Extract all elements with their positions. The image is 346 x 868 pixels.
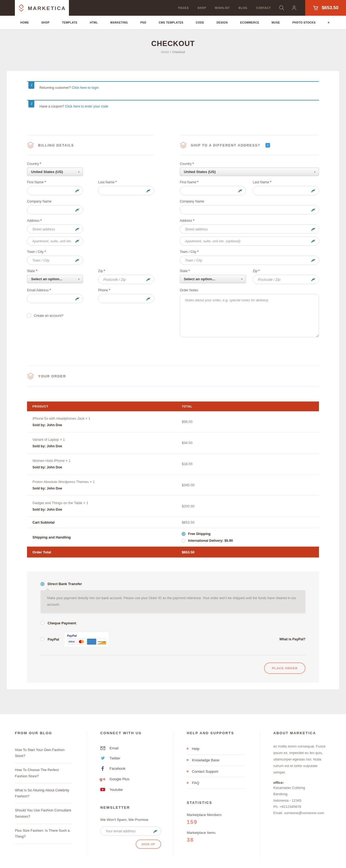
subnav-shop[interactable]: SHOP (41, 21, 49, 24)
autofill-icon[interactable] (146, 277, 151, 282)
newsletter-title: NEWSLETTER (100, 805, 166, 809)
shipping-zip-input[interactable] (253, 275, 319, 284)
subnav-marketing[interactable]: MARKETING (110, 21, 128, 24)
blog-link[interactable]: What is So Alluring About Celebrity Fash… (15, 783, 72, 804)
paypal-radio[interactable] (40, 637, 44, 641)
youtube-link[interactable]: Youtube (100, 785, 166, 795)
header-nav-contact[interactable]: CONTACT (252, 6, 275, 9)
product-total: $18.00 (182, 462, 319, 466)
cheque-payment-radio[interactable] (40, 621, 44, 625)
international-delivery-radio[interactable] (182, 539, 185, 542)
blog-link[interactable]: How To Start Your Own Fashion Store? (15, 743, 72, 764)
order-total-row: Order Total $653.50 (27, 547, 319, 557)
coupon-text: Have a coupon? (39, 104, 64, 108)
what-is-paypal-link[interactable]: What is PayPal? (279, 637, 306, 641)
shipping-last-name-input[interactable] (253, 186, 319, 195)
shipping-first-name-input[interactable] (180, 186, 246, 195)
breadcrumb-home[interactable]: Home (161, 50, 169, 54)
faq-link[interactable]: FAQ (187, 777, 245, 789)
blog-link[interactable]: Plus Size Fashion: Is There Such a Thing… (15, 824, 72, 844)
facebook-link[interactable]: Facebook (100, 763, 166, 774)
autofill-icon[interactable] (311, 239, 316, 243)
shipping-company-input[interactable] (180, 205, 319, 214)
billing-phone-input[interactable] (98, 294, 154, 303)
breadcrumb-current: Checkout (172, 50, 185, 54)
order-notes-textarea[interactable] (180, 294, 319, 337)
billing-town-input[interactable] (27, 255, 83, 265)
blog-link[interactable]: Should You Use Fashion Consultant Servic… (15, 804, 72, 824)
autofill-icon[interactable] (75, 297, 80, 301)
autofill-icon[interactable] (75, 208, 80, 212)
login-link[interactable]: Click here to login (72, 86, 99, 90)
bank-transfer-radio[interactable] (40, 582, 44, 586)
autofill-icon[interactable] (75, 258, 80, 262)
subnav-ecommerce[interactable]: ECOMMERCE (240, 21, 259, 24)
newsletter-email-input[interactable] (100, 827, 161, 836)
billing-state-select[interactable]: Select an option... ▾ (27, 275, 83, 283)
billing-zip-input[interactable] (98, 275, 154, 284)
create-account-checkbox[interactable] (27, 313, 31, 317)
autofill-icon[interactable] (311, 208, 316, 212)
autofill-icon[interactable] (311, 277, 316, 282)
autofill-icon[interactable] (146, 188, 151, 193)
subnav-home[interactable]: HOME (20, 21, 29, 24)
autofill-icon[interactable] (153, 829, 158, 833)
billing-apartment-input[interactable] (27, 236, 83, 246)
knowledge-base-link[interactable]: Knowladge Base (187, 754, 245, 766)
shipping-state-select[interactable]: Select an option... ▾ (180, 275, 246, 283)
subnav-cms-templates[interactable]: CMS TEMPLATES (159, 21, 183, 24)
billing-last-name-input[interactable] (98, 186, 154, 195)
header-nav-pages[interactable]: PAGES (174, 6, 193, 9)
autofill-icon[interactable] (311, 227, 316, 231)
header-nav-blog[interactable]: BLOG (234, 6, 252, 9)
header-nav-shop[interactable]: SHOP (193, 6, 210, 9)
autofill-icon[interactable] (75, 227, 80, 231)
autofill-icon[interactable] (146, 297, 151, 301)
billing-street-input[interactable] (27, 224, 83, 234)
signup-button[interactable]: SIGN UP (136, 840, 161, 849)
autofill-icon[interactable] (311, 258, 316, 262)
ship-different-checkbox[interactable]: ✓ (266, 143, 270, 148)
subnav-design[interactable]: DESIGN (216, 21, 228, 24)
billing-country-select[interactable]: United States (US) ▾ (27, 167, 83, 176)
blog-link[interactable]: How To Choose The Perfect Fashion Store? (15, 763, 72, 783)
shipping-apartment-input[interactable] (180, 236, 319, 246)
subnav-code[interactable]: CODE (196, 21, 204, 24)
visa-icon: VISA (67, 639, 76, 645)
product-vendor: Sold by: John Doe (32, 508, 182, 512)
shipping-country-select[interactable]: United States (US) ▾ (180, 167, 319, 176)
place-order-button[interactable]: PLACE ORDER (264, 662, 306, 674)
coupon-link[interactable]: Click here to enter your code (65, 104, 108, 108)
billing-email-input[interactable] (27, 294, 83, 303)
contact-support-link[interactable]: Contact Support (187, 766, 245, 777)
autofill-icon[interactable] (238, 188, 243, 193)
billing-first-name-input[interactable] (27, 186, 83, 195)
search-icon[interactable] (275, 5, 288, 11)
subnav-photo-stocks[interactable]: PHOTO STOCKS (292, 21, 316, 24)
logo[interactable]: MARKETICA (15, 0, 69, 17)
google-plus-link[interactable]: g+ Google Plus (100, 774, 166, 785)
email-link[interactable]: Email (100, 743, 166, 753)
autofill-icon[interactable] (75, 188, 80, 193)
billing-email-label: Email Address * (27, 288, 83, 292)
subnav: HOME SHOP TEMPLATE HTML MARKETING PSD CM… (0, 16, 346, 29)
user-icon[interactable] (288, 5, 300, 11)
help-link[interactable]: Help (187, 743, 245, 754)
order-item-row: Proton Absolute Wordpress Themes × 1 Sol… (27, 475, 319, 496)
cart-button[interactable]: $653.50 (305, 0, 346, 16)
shipping-street-input[interactable] (180, 224, 319, 234)
billing-company-input[interactable] (27, 205, 83, 214)
subnav-template[interactable]: TEMPLATE (62, 21, 77, 24)
subnav-html[interactable]: HTML (90, 21, 98, 24)
subnav-muse[interactable]: MUSE (272, 21, 280, 24)
free-shipping-radio[interactable] (182, 532, 185, 536)
autofill-icon[interactable] (311, 188, 316, 193)
header-nav-wishlist[interactable]: WISHLIST (211, 6, 234, 9)
subnav-psd[interactable]: PSD (140, 21, 146, 24)
autofill-icon[interactable] (75, 239, 80, 243)
subnav-expand-icon[interactable]: » (327, 22, 331, 24)
shipping-town-input[interactable] (180, 255, 319, 265)
twitter-link[interactable]: Twitter (100, 753, 166, 763)
shipping-last-name-label: Last Name * (253, 180, 319, 184)
shipping-handling-label: Shipping and Handling (27, 535, 182, 539)
